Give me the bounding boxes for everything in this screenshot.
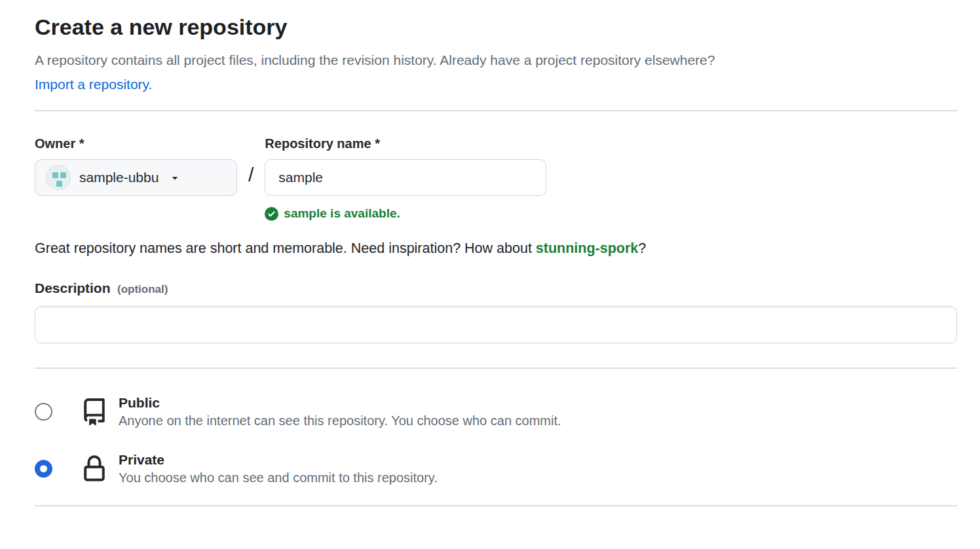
- owner-label: Owner *: [35, 136, 237, 151]
- private-option-description: You choose who can see and commit to thi…: [119, 470, 438, 485]
- private-radio[interactable]: [35, 460, 52, 478]
- availability-status: sample is available.: [265, 206, 546, 221]
- description-optional-note: (optional): [117, 283, 168, 295]
- middle-divider: [35, 368, 957, 369]
- repository-name-label: Repository name *: [265, 136, 546, 151]
- owner-selected-name: sample-ubbu: [79, 170, 159, 185]
- import-repository-link[interactable]: Import a repository.: [35, 77, 152, 92]
- description-label-row: Description (optional): [35, 280, 957, 296]
- public-option-description: Anyone on the internet can see this repo…: [119, 413, 561, 428]
- page-title: Create a new repository: [35, 14, 957, 40]
- description-label: Description: [35, 280, 111, 295]
- lock-icon: [80, 455, 109, 483]
- private-option-text: Private You choose who can see and commi…: [119, 452, 438, 485]
- owner-repo-separator: /: [248, 136, 254, 186]
- repo-icon: [80, 398, 109, 426]
- check-circle-icon: [265, 207, 278, 221]
- description-input[interactable]: [35, 306, 957, 343]
- owner-repo-row: Owner * sample-ubbu / Repository name *: [35, 136, 957, 221]
- page-subtitle: A repository contains all project files,…: [35, 50, 957, 70]
- owner-avatar: [46, 165, 71, 190]
- create-repository-page: Create a new repository A repository con…: [0, 0, 980, 506]
- hint-suffix: ?: [638, 240, 646, 256]
- visibility-option-private[interactable]: Private You choose who can see and commi…: [35, 452, 957, 485]
- bottom-divider: [35, 505, 957, 506]
- visibility-option-public[interactable]: Public Anyone on the internet can see th…: [35, 395, 957, 428]
- repository-name-input[interactable]: [265, 159, 546, 196]
- public-radio[interactable]: [35, 403, 52, 421]
- private-option-label: Private: [119, 452, 438, 468]
- hint-prefix: Great repository names are short and mem…: [35, 240, 536, 256]
- public-option-text: Public Anyone on the internet can see th…: [119, 395, 561, 428]
- suggested-name-link[interactable]: stunning-spork: [536, 240, 638, 256]
- chevron-down-icon: [169, 172, 181, 183]
- repository-name-hint: Great repository names are short and mem…: [35, 240, 957, 257]
- repository-name-field: Repository name * sample is available.: [265, 136, 546, 221]
- owner-select-button[interactable]: sample-ubbu: [35, 159, 237, 196]
- owner-field: Owner * sample-ubbu: [35, 136, 237, 196]
- availability-message: sample is available.: [284, 206, 400, 221]
- public-option-label: Public: [119, 395, 561, 411]
- top-divider: [35, 110, 957, 111]
